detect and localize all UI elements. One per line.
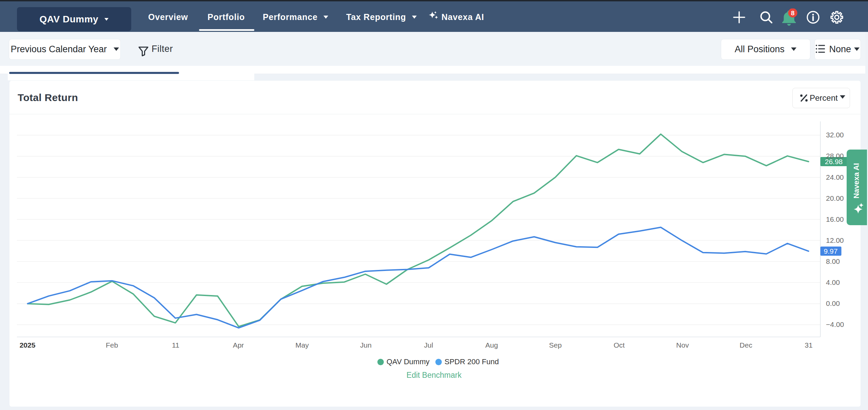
svg-text:9.97: 9.97 xyxy=(824,247,838,255)
svg-text:Navexa AI: Navexa AI xyxy=(852,163,861,198)
